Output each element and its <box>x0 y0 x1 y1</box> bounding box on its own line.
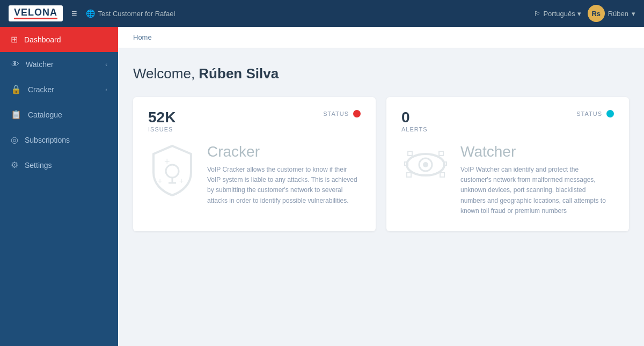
watcher-card[interactable]: 0 ALERTS STATUS <box>386 97 629 231</box>
cracker-icon-area: + + + <box>148 143 196 197</box>
svg-rect-9 <box>408 151 412 156</box>
sidebar-item-dashboard[interactable]: ⊞ Dashboard <box>0 27 118 52</box>
sidebar-item-cracker[interactable]: 🔒 Cracker ‹ <box>0 77 118 102</box>
language-label: Português <box>543 10 575 18</box>
avatar: Rs <box>588 5 605 22</box>
cracker-text-area: Cracker VoIP Cracker allows the customer… <box>207 143 357 206</box>
sidebar-item-subscriptions[interactable]: ◎ Subscriptions <box>0 127 118 152</box>
subscriptions-icon: ◎ <box>11 135 18 145</box>
watcher-stat: 0 ALERTS <box>401 110 428 132</box>
sidebar-item-settings[interactable]: ⚙ Settings <box>0 152 118 178</box>
breadcrumb-home: Home <box>133 33 152 41</box>
cracker-shield-icon: + + + <box>148 143 196 197</box>
cracker-status: STATUS <box>323 110 361 117</box>
watcher-icon: 👁 <box>11 60 19 69</box>
logo-text: VELONA <box>14 8 57 17</box>
svg-point-8 <box>423 162 428 167</box>
svg-rect-14 <box>407 173 411 177</box>
navbar-right: 🏳 Português ▾ Rs Rúben ▾ <box>534 5 635 22</box>
cracker-card-top: 52K ISSUES STATUS <box>148 110 361 132</box>
welcome-prefix: Welcome, <box>133 65 199 82</box>
sidebar-label-catalogue: Catalogue <box>28 111 62 119</box>
cracker-chevron-icon: ‹ <box>105 86 107 93</box>
cracker-card-body: + + + Cracker VoIP Cracker allows the cu… <box>148 143 361 206</box>
watcher-status-text: STATUS <box>576 111 602 117</box>
user-name: Rúben <box>608 10 628 18</box>
sidebar-label-subscriptions: Subscriptions <box>25 136 70 144</box>
watcher-eye-icon <box>401 143 450 186</box>
watcher-title: Watcher <box>460 143 611 160</box>
welcome-heading: Welcome, Rúben Silva <box>133 65 629 82</box>
cracker-status-text: STATUS <box>323 111 349 117</box>
navbar: VELONA ≡ 🌐 Test Customer for Rafael 🏳 Po… <box>0 0 644 27</box>
cracker-title: Cracker <box>207 143 357 160</box>
navbar-left: VELONA ≡ 🌐 Test Customer for Rafael <box>9 5 175 21</box>
settings-icon: ⚙ <box>11 160 18 170</box>
watcher-icon-area <box>401 143 450 186</box>
cracker-card[interactable]: 52K ISSUES STATUS <box>133 97 376 231</box>
dashboard-icon: ⊞ <box>11 34 18 45</box>
language-selector[interactable]: 🏳 Português ▾ <box>534 10 581 18</box>
hamburger-icon[interactable]: ≡ <box>71 8 77 19</box>
watcher-text-area: Watcher VoIP Watcher can identify and pr… <box>460 143 611 216</box>
sidebar-label-settings: Settings <box>25 161 52 170</box>
catalogue-icon: 📋 <box>11 109 21 120</box>
user-chevron: ▾ <box>632 10 635 18</box>
cracker-number: 52K <box>148 110 175 125</box>
cracker-description: VoIP Cracker allows the customer to know… <box>207 165 357 206</box>
watcher-status-dot <box>606 110 614 117</box>
cracker-stat: 52K ISSUES <box>148 110 175 132</box>
customer-name: Test Customer for Rafael <box>98 10 175 18</box>
flag-icon: 🏳 <box>534 10 541 18</box>
cracker-icon: 🔒 <box>11 84 21 94</box>
sidebar-label-watcher: Watcher <box>26 60 54 69</box>
watcher-number: 0 <box>401 110 428 125</box>
main-content: Home Welcome, Rúben Silva 52K ISSUES STA… <box>118 27 644 346</box>
watcher-label: ALERTS <box>401 126 428 132</box>
watcher-chevron-icon: ‹ <box>105 61 107 68</box>
customer-info: 🌐 Test Customer for Rafael <box>86 9 175 18</box>
cracker-label: ISSUES <box>148 126 175 132</box>
user-info[interactable]: Rs Rúben ▾ <box>588 5 635 22</box>
cracker-status-dot <box>353 110 361 117</box>
language-chevron: ▾ <box>577 10 581 18</box>
watcher-card-body: Watcher VoIP Watcher can identify and pr… <box>401 143 614 216</box>
watcher-card-top: 0 ALERTS STATUS <box>401 110 614 132</box>
watcher-status: STATUS <box>576 110 614 117</box>
content-inner: Welcome, Rúben Silva 52K ISSUES STATUS <box>118 48 644 248</box>
globe-icon: 🌐 <box>86 9 95 18</box>
svg-text:+: + <box>179 176 184 185</box>
svg-rect-10 <box>439 151 443 156</box>
cards-row: 52K ISSUES STATUS <box>133 97 629 231</box>
svg-text:+: + <box>158 176 162 185</box>
sidebar-item-catalogue[interactable]: 📋 Catalogue <box>0 102 118 127</box>
svg-rect-13 <box>440 173 444 177</box>
sidebar-label-cracker: Cracker <box>28 85 54 94</box>
sidebar-label-dashboard: Dashboard <box>24 35 61 44</box>
sidebar-item-watcher[interactable]: 👁 Watcher ‹ <box>0 52 118 77</box>
breadcrumb: Home <box>118 27 644 48</box>
watcher-description: VoIP Watcher can identify and protect th… <box>460 165 611 216</box>
main-layout: ⊞ Dashboard 👁 Watcher ‹ 🔒 Cracker ‹ 📋 Ca… <box>0 27 644 346</box>
svg-text:+: + <box>164 156 170 167</box>
logo-underline <box>14 18 57 19</box>
sidebar: ⊞ Dashboard 👁 Watcher ‹ 🔒 Cracker ‹ 📋 Ca… <box>0 27 118 346</box>
welcome-name: Rúben Silva <box>199 65 279 82</box>
logo[interactable]: VELONA <box>9 5 63 21</box>
